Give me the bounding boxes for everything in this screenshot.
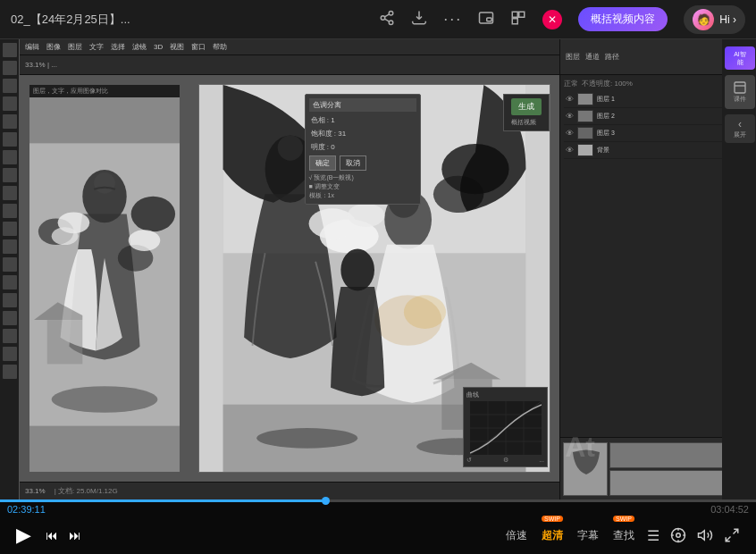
ps-tool-move[interactable] [3, 43, 17, 57]
ps-menu-help[interactable]: 帮助 [213, 42, 227, 52]
svg-point-52 [676, 533, 681, 538]
search-swip-badge: SWIP [613, 516, 634, 522]
ps-menu-select[interactable]: 选择 [111, 42, 125, 52]
ps-tool-history[interactable] [3, 186, 17, 200]
courseware-icon [733, 80, 747, 95]
next-button[interactable]: ⏭ [63, 525, 87, 546]
list-button[interactable]: ☰ [642, 524, 665, 548]
ps-tool-lasso[interactable] [3, 79, 17, 93]
subtitle-button[interactable]: 字幕 [570, 525, 606, 547]
ps-tool-brush[interactable] [3, 132, 17, 147]
top-bar: 02_【24年2月25日】... ··· ✕ 概括 [0, 0, 756, 39]
ps-dialog-extra: √ 预览(B一般视) ■ 调整文变 模板：1x [309, 173, 416, 200]
progress-bar[interactable] [0, 499, 756, 502]
layer-thumb-2 [577, 110, 593, 122]
ps-dialog-cancel-btn[interactable]: 取消 [340, 155, 366, 171]
ps-paths-label: 路径 [605, 52, 619, 62]
search-button[interactable]: 查找 [606, 525, 642, 547]
play-button[interactable]: ▶ [11, 520, 37, 550]
layer-name-2: 图层 2 [597, 112, 615, 121]
ps-tool-zoom[interactable] [3, 365, 17, 379]
share-icon[interactable] [379, 10, 395, 29]
ps-tool-pen[interactable] [3, 275, 17, 290]
ps-menu-filter[interactable]: 滤镜 [132, 42, 147, 52]
ps-generate-btn[interactable]: 生成 [511, 98, 542, 115]
video-controls: 02:39:11 03:04:52 ▶ ⏮ ⏭ 倍速 SWIP 超清 字幕 SW… [0, 499, 756, 554]
fullscreen-button[interactable] [718, 524, 745, 547]
svg-rect-49 [735, 82, 745, 93]
volume-button[interactable] [692, 524, 718, 547]
search-wrapper: SWIP 查找 [606, 525, 642, 547]
layer-eye-3[interactable]: 👁 [566, 129, 574, 138]
ps-curves-more[interactable]: ... [539, 457, 544, 464]
ps-tool-heal[interactable] [3, 150, 17, 164]
layer-name-3: 图层 3 [597, 129, 615, 138]
svg-point-1 [382, 15, 386, 20]
ps-tool-hand[interactable] [3, 347, 17, 361]
ps-tool-eraser[interactable] [3, 204, 17, 218]
svg-point-28 [348, 204, 384, 227]
quality-swip-badge: SWIP [542, 516, 563, 522]
download-icon[interactable] [411, 10, 427, 29]
window-icon[interactable] [510, 10, 526, 29]
ps-curves-reset[interactable]: ↺ [466, 457, 472, 464]
ps-canvas-area: 图层，文字，应用图像对比 [20, 75, 559, 482]
layer-thumb-1 [577, 93, 593, 105]
video-overlay-at: At [565, 431, 595, 464]
avatar-button[interactable]: 🧑 Hi › [684, 5, 745, 34]
svg-rect-18 [47, 320, 83, 364]
ps-menu-text[interactable]: 文字 [89, 42, 104, 52]
time-row: 02:39:11 03:04:52 [0, 502, 756, 516]
ps-tool-crop[interactable] [3, 97, 17, 111]
artwork-main-panel: 色调分离 色相 : 1 饱和度 : 31 明度 : 0 确定 取消 [198, 84, 550, 473]
ps-status-info: | 文档: 25.0M/1.12G [55, 486, 118, 496]
svg-point-2 [390, 21, 394, 25]
ps-far-right-courseware-label: 课件 [734, 96, 746, 102]
ps-tool-gradient[interactable] [3, 222, 17, 236]
avatar-label: Hi › [719, 13, 736, 26]
svg-line-59 [726, 537, 730, 541]
ps-curves-options[interactable]: ⚙ [503, 457, 508, 464]
ps-menu-window[interactable]: 窗口 [191, 42, 206, 52]
quality-button[interactable]: 超清 [534, 525, 570, 547]
ps-layers-label: 图层 [566, 52, 580, 62]
ps-dialog-confirm-btn[interactable]: 确定 [309, 155, 336, 171]
ps-inner-canvas [29, 97, 180, 472]
target-button[interactable] [665, 524, 692, 547]
ps-tool-select[interactable] [3, 61, 17, 75]
ps-tool-path[interactable] [3, 311, 17, 325]
ps-tool-blur[interactable] [3, 239, 17, 254]
summarize-button[interactable]: 概括视频内容 [578, 7, 668, 31]
svg-line-4 [385, 13, 390, 16]
layer-eye-2[interactable]: 👁 [566, 112, 574, 121]
ps-menu-edit[interactable]: 编辑 [25, 42, 39, 52]
ps-menu-layer[interactable]: 图层 [68, 42, 82, 52]
ps-menu-3d[interactable]: 3D [154, 43, 163, 51]
ps-tool-shape[interactable] [3, 329, 17, 343]
ps-tool-text[interactable] [3, 293, 17, 307]
ps-far-right-ai[interactable]: AI智 能 [725, 46, 755, 70]
svg-rect-6 [487, 18, 491, 21]
close-icon: ✕ [548, 13, 557, 26]
ps-menu-view[interactable]: 视图 [170, 42, 184, 52]
layer-eye-1[interactable]: 👁 [566, 95, 574, 104]
ps-menu-image[interactable]: 图像 [46, 42, 61, 52]
close-button[interactable]: ✕ [542, 10, 562, 29]
ps-far-right-courseware[interactable]: 课件 [725, 75, 755, 109]
ps-tool-stamp[interactable] [3, 168, 17, 182]
ps-tool-dodge[interactable] [3, 257, 17, 272]
next-icon: ⏭ [69, 528, 81, 542]
ps-far-right-expand[interactable]: ‹ 展开 [725, 114, 755, 143]
artwork-left-svg [29, 97, 180, 472]
more-icon[interactable]: ··· [443, 10, 462, 29]
prev-button[interactable]: ⏮ [40, 525, 63, 546]
ps-curves-title: 曲线 [466, 390, 544, 399]
layer-eye-bg[interactable]: 👁 [566, 146, 574, 155]
ps-inner-window: 图层，文字，应用图像对比 [29, 84, 181, 473]
pip-icon[interactable] [478, 10, 494, 29]
speed-button[interactable]: 倍速 [499, 525, 534, 547]
ps-left-toolbar [0, 39, 20, 499]
ps-toolbar-row: 33.1% | ... [20, 55, 559, 75]
layer-name-bg: 背景 [597, 146, 609, 155]
ps-tool-eye[interactable] [3, 114, 17, 129]
